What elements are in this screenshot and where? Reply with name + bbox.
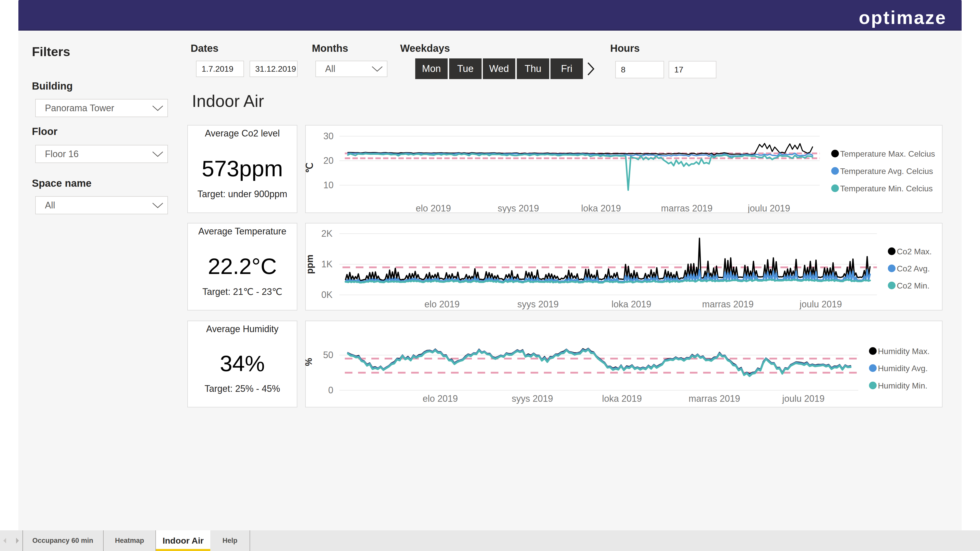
svg-text:joulu 2019: joulu 2019 [799, 299, 842, 310]
svg-text:syys 2019: syys 2019 [498, 203, 539, 213]
svg-text:℃: ℃ [305, 163, 315, 173]
svg-text:10: 10 [323, 180, 334, 190]
svg-text:loka 2019: loka 2019 [581, 203, 621, 213]
svg-text:syys 2019: syys 2019 [517, 299, 558, 310]
svg-text:marras 2019: marras 2019 [689, 393, 740, 404]
svg-text:joulu 2019: joulu 2019 [748, 203, 790, 213]
svg-text:elo 2019: elo 2019 [416, 203, 451, 213]
svg-text:marras 2019: marras 2019 [661, 203, 713, 213]
svg-text:Co2 Avg.: Co2 Avg. [897, 264, 930, 273]
svg-text:loka 2019: loka 2019 [602, 393, 642, 404]
svg-text:0K: 0K [321, 289, 332, 300]
svg-text:elo 2019: elo 2019 [425, 299, 460, 310]
svg-text:syys 2019: syys 2019 [512, 393, 553, 404]
svg-text:ppm: ppm [305, 254, 315, 274]
svg-text:%: % [305, 358, 314, 366]
svg-text:30: 30 [323, 131, 334, 141]
svg-text:50: 50 [323, 350, 333, 360]
svg-text:Co2 Max.: Co2 Max. [897, 247, 932, 256]
svg-text:marras 2019: marras 2019 [702, 299, 754, 310]
svg-text:Temperature Max. Celcius: Temperature Max. Celcius [840, 149, 935, 159]
svg-text:1K: 1K [321, 259, 332, 269]
svg-text:joulu 2019: joulu 2019 [782, 393, 824, 404]
svg-text:Humidity Avg.: Humidity Avg. [878, 364, 928, 373]
svg-text:0: 0 [328, 385, 333, 395]
svg-text:Co2 Min.: Co2 Min. [897, 281, 929, 290]
svg-text:Humidity Min.: Humidity Min. [878, 381, 928, 390]
svg-text:loka 2019: loka 2019 [611, 299, 651, 310]
svg-text:Temperature Avg. Celcius: Temperature Avg. Celcius [840, 167, 933, 176]
svg-text:2K: 2K [321, 228, 332, 239]
svg-text:Humidity Max.: Humidity Max. [878, 347, 930, 356]
svg-text:Temperature Min. Celcius: Temperature Min. Celcius [840, 184, 933, 193]
svg-text:20: 20 [323, 156, 334, 166]
svg-text:elo 2019: elo 2019 [423, 393, 458, 404]
